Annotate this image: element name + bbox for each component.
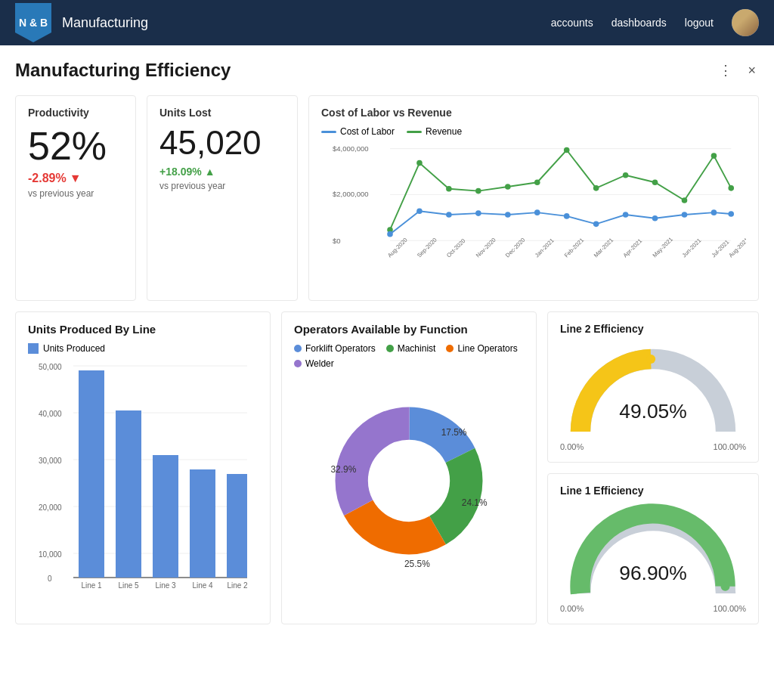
svg-text:32.9%: 32.9% <box>330 464 356 475</box>
bar-line3 <box>153 455 178 578</box>
line1-min-label: 0.00% <box>560 604 584 613</box>
labor-chart-legend: Cost of Labor Revenue <box>321 126 746 137</box>
svg-point-24 <box>534 209 540 215</box>
donut-center <box>370 441 448 520</box>
page-content: Manufacturing Efficiency ⋮ × Productivit… <box>0 45 774 700</box>
nav-accounts[interactable]: accounts <box>551 17 593 29</box>
donut-legend: Forklift Operators Machinist Line Operat… <box>294 343 524 369</box>
bar-legend-label: Units Produced <box>43 343 105 354</box>
svg-text:96.90%: 96.90% <box>619 562 687 584</box>
svg-point-20 <box>416 208 423 214</box>
line2-title: Line 2 Efficiency <box>560 323 746 335</box>
operators-card: Operators Available by Function Forklift… <box>281 311 537 624</box>
legend-welder-dot <box>294 360 302 367</box>
svg-point-26 <box>593 221 599 228</box>
svg-text:Aug-2020: Aug-2020 <box>386 237 409 259</box>
svg-text:49.05%: 49.05% <box>619 400 687 423</box>
bar-chart-svg: 50,000 40,000 30,000 20,000 10,000 0 <box>28 358 258 593</box>
svg-text:$0: $0 <box>333 237 341 245</box>
legend-machinist: Machinist <box>386 343 436 354</box>
svg-point-27 <box>623 212 629 218</box>
svg-text:$2,000,000: $2,000,000 <box>333 190 369 198</box>
units-lost-value: 45,020 <box>159 126 285 160</box>
bar-line5 <box>116 410 141 578</box>
legend-forklift-label: Forklift Operators <box>305 343 376 354</box>
line2-gauge-labels: 0.00% 100.00% <box>560 442 746 451</box>
legend-forklift-dot <box>294 345 302 352</box>
svg-text:Line 4: Line 4 <box>192 581 213 590</box>
legend-machinist-label: Machinist <box>398 343 436 354</box>
legend-line-ops: Line Operators <box>446 343 517 354</box>
legend-labor-dot <box>321 131 336 133</box>
page-actions: ⋮ × <box>716 59 759 82</box>
svg-point-13 <box>593 185 599 191</box>
nav-logout[interactable]: logout <box>685 17 714 29</box>
svg-point-9 <box>475 188 481 194</box>
nav-dashboards[interactable]: dashboards <box>611 17 667 29</box>
svg-text:Aug-2021: Aug-2021 <box>727 237 746 259</box>
line2-max-label: 100.00% <box>714 442 746 451</box>
logo-badge: N & B <box>15 3 51 42</box>
labor-chart-svg: $4,000,000 $2,000,000 $0 <box>321 143 746 287</box>
svg-text:May-2021: May-2021 <box>652 236 674 259</box>
more-options-button[interactable]: ⋮ <box>716 59 735 82</box>
line1-gauge-labels: 0.00% 100.00% <box>560 604 746 613</box>
svg-text:Sep-2020: Sep-2020 <box>416 237 438 259</box>
legend-revenue-label: Revenue <box>426 126 462 137</box>
svg-text:Mar-2021: Mar-2021 <box>593 237 615 259</box>
labor-chart-title: Cost of Labor vs Revenue <box>321 107 746 119</box>
svg-text:40,000: 40,000 <box>39 410 62 418</box>
legend-line-ops-dot <box>446 345 454 352</box>
line1-gauge-svg: 96.90% <box>562 503 744 602</box>
svg-text:Line 3: Line 3 <box>155 581 176 590</box>
header-nav: accounts dashboards logout <box>551 9 759 36</box>
donut-wrap: 17.5% 24.1% 25.5% 32.9% <box>294 375 524 587</box>
svg-text:10,000: 10,000 <box>39 550 62 559</box>
legend-forklift: Forklift Operators <box>294 343 376 354</box>
avatar[interactable] <box>732 9 759 36</box>
productivity-vs: vs previous year <box>28 188 123 199</box>
page-title: Manufacturing Efficiency <box>15 60 716 81</box>
line2-gauge-wrap: 49.05% 0.00% 100.00% <box>560 341 746 451</box>
units-by-line-card: Units Produced By Line Units Produced 50… <box>15 311 271 624</box>
line1-max-label: 100.00% <box>714 604 746 613</box>
legend-welder-label: Welder <box>305 358 334 369</box>
gauge-column: Line 2 Efficiency <box>547 311 759 624</box>
bar-legend: Units Produced <box>28 343 258 354</box>
units-change-arrow: ▲ <box>205 166 215 178</box>
svg-text:20,000: 20,000 <box>39 503 62 512</box>
legend-line-ops-label: Line Operators <box>457 343 517 354</box>
svg-point-12 <box>564 147 570 153</box>
svg-text:25.5%: 25.5% <box>404 559 430 569</box>
bar-line2 <box>227 474 247 578</box>
page-header: Manufacturing Efficiency ⋮ × <box>15 59 759 82</box>
svg-point-25 <box>564 213 570 219</box>
units-lost-label: Units Lost <box>159 107 285 119</box>
svg-point-7 <box>416 160 423 166</box>
svg-text:0: 0 <box>48 575 52 583</box>
legend-welder: Welder <box>294 358 334 369</box>
svg-point-11 <box>534 179 540 185</box>
svg-point-31 <box>728 211 734 217</box>
svg-point-10 <box>505 184 511 190</box>
app-name: Manufacturing <box>62 15 551 31</box>
svg-text:30,000: 30,000 <box>39 457 62 465</box>
legend-machinist-dot <box>386 345 394 352</box>
productivity-card: Productivity 52% -2.89% ▼ vs previous ye… <box>15 95 136 301</box>
units-by-line-title: Units Produced By Line <box>28 323 258 336</box>
svg-text:Line 2: Line 2 <box>227 581 248 590</box>
units-change-value: +18.09% <box>159 166 202 178</box>
svg-text:Dec-2020: Dec-2020 <box>504 237 527 259</box>
svg-point-30 <box>711 209 717 215</box>
svg-text:Jul-2021: Jul-2021 <box>711 238 731 259</box>
svg-point-17 <box>711 153 717 159</box>
svg-point-21 <box>446 212 452 218</box>
logo-text: N & B <box>19 17 48 29</box>
svg-text:$4,000,000: $4,000,000 <box>333 144 369 153</box>
productivity-value: 52% <box>28 126 123 166</box>
bar-line1 <box>79 370 104 578</box>
close-button[interactable]: × <box>745 60 759 82</box>
productivity-change-arrow: ▼ <box>70 172 82 185</box>
labor-chart-card: Cost of Labor vs Revenue Cost of Labor R… <box>308 95 759 301</box>
svg-point-29 <box>682 212 688 218</box>
